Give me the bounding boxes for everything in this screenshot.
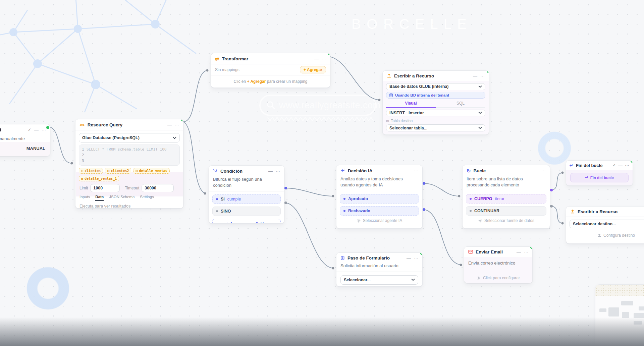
gear-icon — [478, 219, 482, 223]
add-mapping-button[interactable]: + Agregar — [300, 66, 326, 73]
tab-visual[interactable]: Visual — [386, 101, 436, 108]
tab-json-schema[interactable]: JSON Schema — [109, 195, 135, 201]
fin-bucle-button[interactable]: ↵ Fin del bucle — [570, 173, 629, 182]
minimize-icon[interactable]: — — [407, 169, 411, 173]
more-icon[interactable]: ⋯ — [42, 128, 46, 132]
chevron-down-icon — [478, 85, 482, 88]
decorative-ring — [26, 267, 69, 310]
minimize-icon[interactable]: — — [407, 256, 411, 260]
node-enviar-email[interactable]: Enviar Email — ⋯ Envía correo electrónic… — [464, 246, 533, 283]
select-datasource-hint[interactable]: Seleccionar fuente de datos — [463, 218, 550, 223]
minimize-icon[interactable]: — — [473, 74, 477, 78]
minimize-icon[interactable]: — — [618, 163, 623, 168]
table-icon: ⊞ — [81, 169, 83, 173]
form-select[interactable]: Seleccionar... — [340, 275, 418, 285]
watermark-url: www.reallygreatsite.com — [279, 100, 381, 111]
minimize-icon[interactable]: — — [517, 250, 521, 254]
minimap-node — [634, 313, 644, 318]
tab-inputs[interactable]: Inputs — [79, 195, 90, 201]
node-transformar[interactable]: ⇄ Transformar — ⋯ Sin mappings + Agregar… — [211, 53, 330, 88]
datasource-select[interactable]: Glue Database (PostgreSQL) — [79, 133, 180, 142]
output-port-si[interactable] — [284, 187, 287, 189]
table-chip[interactable]: ⊞detalle_ventas — [133, 168, 169, 174]
more-icon[interactable]: ⋯ — [541, 169, 546, 173]
table-chip[interactable]: ⊞clientes2 — [105, 168, 131, 174]
node-condicion[interactable]: Condición — ⋯ Bifurca el flujo según una… — [209, 165, 284, 224]
node-escribir-recurso-1[interactable]: Escribir a Recurso — ⋯ Base de datos GLU… — [382, 70, 489, 135]
node-fin-del-bucle[interactable]: ↵ Fin del bucle ✓ — ⋯ ↵ Fin del bucle — [566, 160, 633, 186]
output-row-rechazado[interactable]: Rechazado — [340, 206, 419, 216]
tab-data[interactable]: Data — [95, 195, 104, 201]
more-icon[interactable]: ⋯ — [524, 250, 528, 254]
minimap-node — [608, 307, 619, 316]
node-title: Resource Query — [88, 122, 122, 127]
output-row-continuar[interactable]: CONTINUAR — [466, 206, 546, 216]
hint-add-link[interactable]: + Agregar — [247, 79, 266, 84]
datasource-select[interactable]: Base de datos GLUE (interna) — [386, 83, 485, 90]
add-condition-button[interactable]: + Agregar condición — [212, 219, 281, 224]
chevron-down-icon — [478, 127, 482, 129]
limit-input[interactable] — [90, 184, 120, 192]
table-chip[interactable]: ⊞detalle_ventas_1 — [79, 176, 119, 181]
more-icon[interactable]: ⋯ — [414, 256, 418, 260]
minimize-icon[interactable]: — — [167, 123, 172, 127]
timeout-label: Timeout — [125, 186, 139, 190]
branch-row-si[interactable]: SI cumple — [212, 194, 281, 204]
minimize-icon[interactable]: — — [268, 169, 273, 173]
output-port-rechazado[interactable] — [423, 208, 425, 211]
upload-icon — [570, 209, 575, 214]
minimize-icon[interactable]: — — [534, 169, 538, 173]
destination-select[interactable]: Seleccionar destino... — [570, 220, 644, 228]
minimap-node — [599, 308, 606, 312]
upload-icon — [597, 233, 601, 237]
searchbar-watermark: www.reallygreatsite.com — [259, 95, 376, 116]
transform-icon: ⇄ — [215, 56, 219, 61]
node-title: Escribir a Recurso — [578, 209, 618, 214]
minimize-icon[interactable]: — — [314, 57, 319, 61]
output-port-aprobado[interactable] — [423, 182, 425, 185]
output-port-sino[interactable] — [284, 201, 287, 204]
more-icon[interactable]: ⋯ — [480, 74, 485, 78]
configure-destination-hint[interactable]: Configura destino — [566, 233, 644, 238]
output-port-continuar[interactable] — [550, 205, 553, 208]
bullet-icon — [470, 210, 472, 212]
node-bucle[interactable]: ↻ Bucle — ⋯ Itera sobre una lista de dat… — [462, 165, 550, 229]
select-agent-hint[interactable]: Seleccionar agente IA — [336, 218, 422, 223]
table-destination-label: ⊞ Tabla destino — [386, 119, 485, 123]
node-inicio-manual[interactable]: Inicio Manual ✓ — ⋯ Inicia el flujo manu… — [0, 124, 50, 156]
node-escribir-recurso-2[interactable]: Escribir a Recurso Seleccionar destino..… — [566, 206, 644, 244]
output-row-cuerpo[interactable]: CUERPO iterar — [466, 194, 546, 204]
workflow-canvas[interactable]: BORCELLE www.reallygreatsite.com — [0, 0, 644, 346]
minimap-node — [639, 306, 644, 310]
return-icon: ↵ — [570, 163, 573, 168]
more-icon[interactable]: ⋯ — [322, 57, 326, 61]
table-chip[interactable]: ⊞clientes — [79, 168, 103, 174]
minimap[interactable] — [595, 284, 644, 346]
result-area: Ejecuta para ver resultados — [75, 201, 183, 209]
gear-icon — [477, 276, 481, 280]
limit-label: Limit — [79, 186, 88, 190]
node-title: Bucle — [474, 168, 486, 173]
branch-row-sino[interactable]: SINO — [212, 207, 281, 216]
node-resource-query[interactable]: <> Resource Query — ⋯ Glue Database (Pos… — [75, 119, 183, 209]
more-icon[interactable]: ⋯ — [276, 169, 280, 173]
node-paso-formulario[interactable]: Paso de Formulario — ⋯ Solicita informac… — [336, 252, 423, 287]
tab-sql[interactable]: SQL — [436, 101, 485, 108]
more-icon[interactable]: ⋯ — [175, 123, 179, 127]
output-row-aprobado[interactable]: Aprobado — [340, 194, 419, 204]
minimize-icon[interactable]: — — [34, 128, 39, 132]
sql-editor[interactable]: 1SELECT * FROM schema.table LIMIT 100 2 … — [79, 145, 180, 166]
output-port-cuerpo[interactable] — [550, 189, 553, 191]
status-dot — [181, 119, 183, 121]
timeout-input[interactable] — [142, 184, 174, 192]
configure-hint[interactable]: Click para configurar — [468, 276, 528, 280]
more-icon[interactable]: ⋯ — [414, 169, 418, 173]
node-decision-ia[interactable]: Decisión IA — ⋯ Analiza datos y toma dec… — [336, 165, 423, 229]
upload-icon — [387, 73, 391, 78]
brand-watermark: BORCELLE — [352, 16, 472, 32]
table-select[interactable]: Seleccionar tabla... — [386, 124, 485, 131]
more-icon[interactable]: ⋯ — [625, 163, 629, 168]
operation-select[interactable]: INSERT - Insertar — [386, 110, 485, 117]
tab-settings[interactable]: Settings — [140, 195, 154, 201]
node-title: Paso de Formulario — [347, 255, 390, 261]
